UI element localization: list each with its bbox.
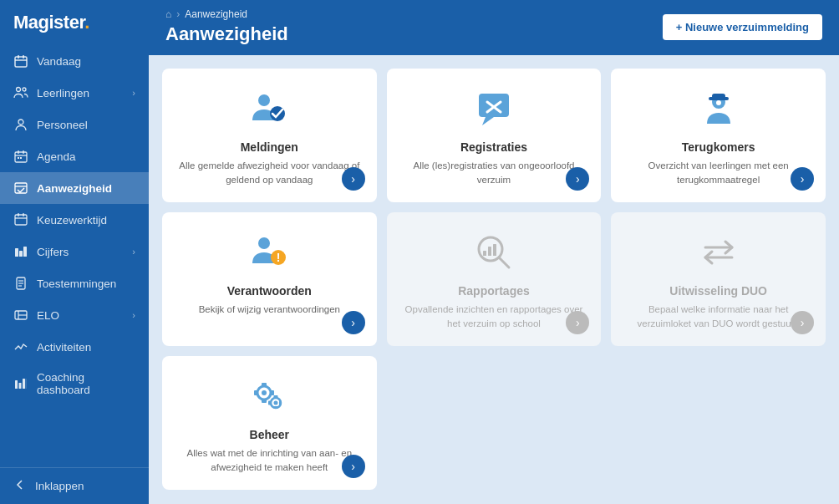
card-registraties: Registraties Alle (les)registraties van … bbox=[387, 69, 602, 202]
sidebar-item-toestemmingen[interactable]: Toestemmingen bbox=[0, 267, 149, 299]
svg-rect-21 bbox=[23, 247, 27, 257]
svg-rect-12 bbox=[20, 157, 22, 159]
svg-point-54 bbox=[262, 390, 267, 395]
collapse-button[interactable]: Inklappen bbox=[13, 478, 135, 494]
card-meldingen-desc: Alle gemelde afwezigheid voor vandaag of… bbox=[175, 159, 364, 189]
chevron-right-icon: › bbox=[132, 88, 135, 98]
svg-rect-64 bbox=[279, 401, 282, 405]
svg-point-43 bbox=[258, 237, 270, 249]
activiteiten-icon bbox=[13, 339, 28, 354]
svg-point-6 bbox=[18, 120, 23, 125]
svg-line-47 bbox=[499, 257, 509, 267]
svg-text:!: ! bbox=[277, 251, 281, 264]
svg-point-33 bbox=[258, 94, 270, 106]
svg-rect-0 bbox=[15, 57, 27, 67]
card-verantwoorden-desc: Bekijk of wijzig verantwoordingen bbox=[199, 303, 340, 333]
toestemmingen-icon bbox=[13, 276, 28, 291]
breadcrumb-home-icon[interactable]: ⌂ bbox=[165, 8, 171, 20]
chevron-right-icon: › bbox=[132, 310, 135, 320]
cards-grid: Meldingen Alle gemelde afwezigheid voor … bbox=[162, 69, 826, 490]
card-rapportages-title: Rapportages bbox=[458, 284, 530, 298]
card-uitwisseling: Uitwisseling DUO Bepaal welke informatie… bbox=[611, 212, 826, 346]
card-registraties-title: Registraties bbox=[460, 140, 527, 154]
card-registraties-desc: Alle (les)registraties van ongeoorloofd … bbox=[400, 159, 588, 189]
sidebar-item-coaching[interactable]: Coaching dashboard bbox=[0, 363, 149, 405]
meldingen-icon bbox=[246, 85, 292, 132]
svg-rect-56 bbox=[262, 400, 267, 403]
sidebar-item-label: Keuzewerktijd bbox=[37, 214, 107, 227]
card-terugkomers: Terugkomers Overzicht van leerlingen met… bbox=[611, 69, 826, 202]
svg-point-42 bbox=[716, 100, 721, 105]
svg-marker-36 bbox=[482, 117, 494, 125]
svg-rect-57 bbox=[254, 390, 257, 395]
collapse-label: Inklappen bbox=[35, 480, 84, 492]
card-uitwisseling-title: Uitwisseling DUO bbox=[669, 284, 767, 298]
svg-rect-48 bbox=[483, 251, 486, 256]
person-icon bbox=[13, 117, 28, 132]
card-meldingen-title: Meldingen bbox=[241, 140, 298, 154]
sidebar-item-label: Aanwezigheid bbox=[37, 182, 112, 195]
card-beheer-desc: Alles wat met de inrichting van aan- en … bbox=[175, 446, 364, 476]
uitwisseling-icon bbox=[695, 229, 742, 276]
sidebar-item-label: Leerlingen bbox=[37, 87, 89, 99]
svg-rect-41 bbox=[712, 94, 725, 99]
breadcrumb-current: Aanwezigheid bbox=[185, 8, 247, 20]
sidebar-item-agenda[interactable]: Agenda bbox=[0, 140, 149, 172]
svg-rect-31 bbox=[23, 379, 25, 389]
card-beheer-title: Beheer bbox=[250, 428, 289, 441]
sidebar-item-vandaag[interactable]: Vandaag bbox=[0, 45, 149, 77]
svg-rect-20 bbox=[19, 251, 23, 257]
svg-rect-61 bbox=[274, 395, 278, 398]
svg-rect-49 bbox=[488, 247, 491, 256]
svg-rect-35 bbox=[479, 94, 509, 117]
card-verantwoorden-arrow[interactable]: › bbox=[342, 311, 365, 334]
sidebar-item-cijfers[interactable]: Cijfers › bbox=[0, 236, 149, 267]
svg-rect-55 bbox=[262, 383, 267, 386]
content-area: Meldingen Alle gemelde afwezigheid voor … bbox=[149, 55, 839, 504]
agenda-icon bbox=[13, 149, 28, 164]
sidebar-item-keuzewerktijd[interactable]: Keuzewerktijd bbox=[0, 204, 149, 236]
svg-rect-63 bbox=[268, 401, 271, 405]
sidebar-item-aanwezigheid[interactable]: Aanwezigheid bbox=[0, 172, 149, 204]
card-verantwoorden-title: Verantwoorden bbox=[227, 284, 312, 298]
sidebar-item-personeel[interactable]: Personeel bbox=[0, 109, 149, 140]
registraties-icon bbox=[470, 85, 517, 132]
card-beheer-arrow[interactable]: › bbox=[342, 455, 365, 478]
card-terugkomers-arrow[interactable]: › bbox=[791, 167, 814, 191]
sidebar-item-elo[interactable]: ELO › bbox=[0, 299, 149, 331]
svg-rect-62 bbox=[274, 406, 278, 409]
logo: Magister. bbox=[0, 0, 149, 45]
rapportages-icon bbox=[470, 229, 517, 276]
sidebar: Magister. Vandaag bbox=[0, 0, 149, 504]
coaching-icon bbox=[13, 376, 28, 391]
svg-rect-19 bbox=[15, 248, 18, 257]
collapse-icon bbox=[13, 478, 27, 494]
svg-rect-50 bbox=[493, 244, 496, 256]
new-verzuimmelding-button[interactable]: + Nieuwe verzuimmelding bbox=[663, 14, 822, 40]
sidebar-item-label: Coaching dashboard bbox=[37, 371, 135, 396]
sidebar-item-label: Toestemmingen bbox=[37, 277, 116, 290]
svg-rect-11 bbox=[18, 157, 19, 159]
chevron-right-icon: › bbox=[132, 247, 135, 257]
card-rapportages-desc: Opvallende inzichten en rapportages over… bbox=[400, 303, 588, 333]
svg-rect-29 bbox=[15, 380, 18, 389]
sidebar-item-label: Vandaag bbox=[37, 55, 81, 68]
sidebar-item-leerlingen[interactable]: Leerlingen › bbox=[0, 77, 149, 109]
card-meldingen: Meldingen Alle gemelde afwezigheid voor … bbox=[162, 69, 377, 202]
elo-icon bbox=[13, 308, 28, 323]
logo-text: Magister. bbox=[13, 12, 89, 33]
card-terugkomers-title: Terugkomers bbox=[682, 140, 755, 154]
breadcrumb-separator: › bbox=[176, 8, 180, 20]
card-beheer: Beheer Alles wat met de inrichting van a… bbox=[162, 356, 377, 490]
card-uitwisseling-arrow[interactable]: › bbox=[791, 311, 814, 334]
sidebar-item-label: Cijfers bbox=[37, 246, 69, 258]
calendar-today-icon bbox=[13, 53, 28, 69]
cijfers-icon bbox=[13, 244, 28, 259]
card-meldingen-arrow[interactable]: › bbox=[342, 167, 365, 191]
verantwoorden-icon: ! bbox=[246, 229, 292, 276]
sidebar-item-activiteiten[interactable]: Activiteiten bbox=[0, 331, 149, 363]
header-left: ⌂ › Aanwezigheid Aanwezigheid bbox=[165, 8, 288, 45]
main-content: ⌂ › Aanwezigheid Aanwezigheid + Nieuwe v… bbox=[149, 0, 839, 504]
svg-point-4 bbox=[17, 88, 21, 92]
card-verantwoorden: ! Verantwoorden Bekijk of wijzig verantw… bbox=[162, 212, 377, 346]
